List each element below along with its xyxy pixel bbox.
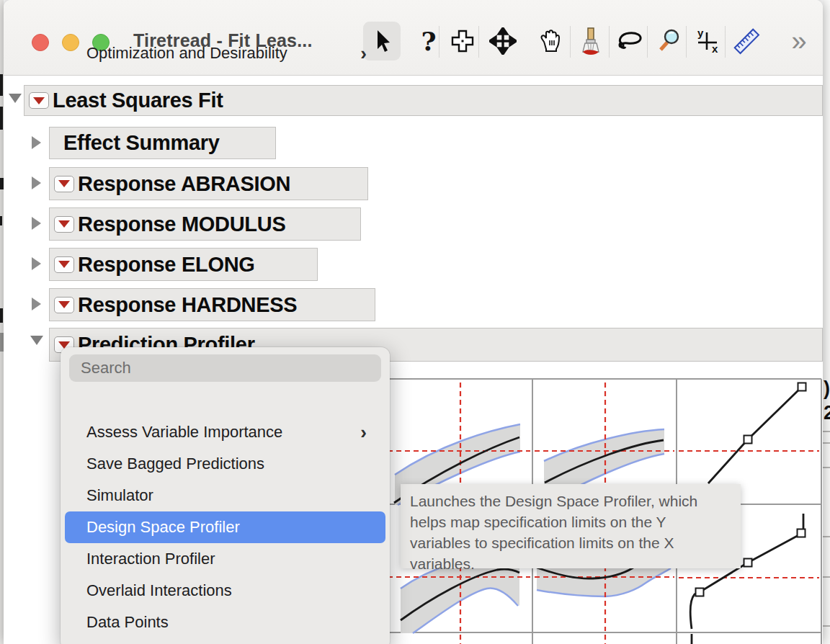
menu-item-design-space-profiler[interactable]: Design Space Profiler <box>65 511 385 543</box>
menu-item-assess-variable-importance[interactable]: Assess Variable Importance › <box>65 416 385 448</box>
red-triangle-popup-menu: Optimization and Desirability › Assess V… <box>61 347 390 644</box>
tooltip-line: variables. <box>410 553 741 574</box>
menu-item-overlaid-interactions[interactable]: Overlaid Interactions <box>65 575 385 607</box>
tooltip-line: Launches the Design Space Profiler, whic… <box>410 491 741 511</box>
menu-item-save-bagged-predictions[interactable]: Save Bagged Predictions <box>65 448 385 480</box>
menu-item-data-points[interactable]: Data Points <box>65 607 385 638</box>
menu-item-optimization-and-desirability[interactable]: Optimization and Desirability › <box>65 37 385 69</box>
submenu-arrow-icon: › <box>360 44 367 63</box>
screenshot-stage: ) 2 Tiretread - Fit Leas... ? <box>0 0 830 644</box>
menu-item-interaction-profiler[interactable]: Interaction Profiler <box>65 543 385 575</box>
submenu-arrow-icon: › <box>360 423 367 442</box>
tooltip-line: variables to specification limits on the… <box>410 532 741 553</box>
menu-search-input[interactable] <box>69 354 381 382</box>
tooltip-line: helps map specification limits on the Y <box>410 511 741 532</box>
menu-item-tooltip: Launches the Design Space Profiler, whic… <box>401 484 741 568</box>
menu-item-simulator[interactable]: Simulator <box>65 480 385 511</box>
